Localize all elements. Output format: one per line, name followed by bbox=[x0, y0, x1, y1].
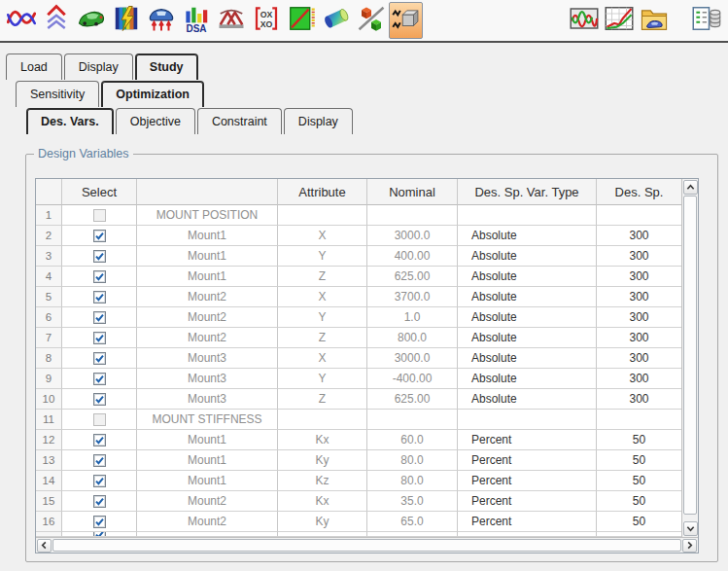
table-cell[interactable]: 300 bbox=[597, 328, 681, 348]
tab-study[interactable]: Study bbox=[135, 54, 198, 80]
horizontal-scrollbar-thumb[interactable] bbox=[52, 539, 681, 552]
table-cell[interactable]: Absolute bbox=[458, 287, 597, 307]
row-checkbox[interactable] bbox=[93, 270, 106, 283]
table-cell[interactable]: -400.00 bbox=[367, 369, 458, 389]
tab-display[interactable]: Display bbox=[64, 54, 133, 80]
table-cell[interactable]: Mount2 bbox=[137, 512, 278, 532]
table-cell[interactable] bbox=[62, 450, 137, 471]
row-checkbox[interactable] bbox=[93, 393, 106, 406]
table-cell[interactable]: Y bbox=[278, 246, 367, 267]
table-cell[interactable] bbox=[62, 491, 137, 512]
table-cell[interactable]: 80.0 bbox=[367, 450, 458, 471]
table-cell[interactable] bbox=[62, 471, 137, 491]
table-cell[interactable]: Mount1 bbox=[137, 471, 278, 491]
table-cell[interactable]: MOUNT STIFFNESS bbox=[137, 410, 278, 430]
table-cell[interactable] bbox=[597, 410, 681, 430]
row-checkbox[interactable] bbox=[93, 352, 106, 365]
table-cell[interactable]: 300 bbox=[597, 267, 681, 287]
table-cell[interactable]: 50 bbox=[597, 471, 681, 491]
table-cell[interactable] bbox=[62, 246, 137, 267]
toolbar-button-bridge-truss[interactable] bbox=[214, 2, 248, 39]
row-checkbox[interactable] bbox=[93, 373, 106, 385]
table-cell[interactable] bbox=[278, 410, 367, 430]
table-cell[interactable]: Percent bbox=[458, 450, 597, 471]
row-checkbox[interactable] bbox=[93, 311, 106, 324]
table-cell[interactable] bbox=[62, 512, 137, 532]
table-cell[interactable]: 300 bbox=[597, 246, 681, 267]
table-cell[interactable]: X bbox=[278, 348, 367, 369]
table-cell[interactable]: Percent bbox=[458, 471, 597, 491]
row-checkbox[interactable] bbox=[93, 475, 106, 487]
row-checkbox[interactable] bbox=[93, 291, 106, 303]
horizontal-scrollbar[interactable] bbox=[36, 537, 698, 553]
toolbar-button-folder-car[interactable] bbox=[637, 2, 671, 39]
table-cell[interactable]: Percent bbox=[458, 430, 597, 450]
row-checkbox[interactable] bbox=[93, 413, 106, 426]
vertical-scrollbar[interactable] bbox=[681, 179, 698, 537]
table-cell[interactable]: X bbox=[278, 287, 367, 307]
table-cell[interactable] bbox=[62, 389, 137, 410]
table-cell[interactable]: 300 bbox=[597, 226, 681, 246]
table-cell[interactable] bbox=[62, 369, 137, 389]
toolbar-button-green-panel-diagonal[interactable] bbox=[284, 2, 318, 39]
table-cell[interactable]: Y bbox=[278, 307, 367, 328]
table-cell[interactable]: Absolute bbox=[458, 226, 597, 246]
table-cell[interactable]: Absolute bbox=[458, 307, 597, 328]
vertical-scrollbar-thumb[interactable] bbox=[683, 196, 697, 515]
table-cell[interactable]: 50 bbox=[597, 430, 681, 450]
table-cell[interactable]: Mount3 bbox=[137, 389, 278, 410]
table-cell[interactable]: Absolute bbox=[458, 328, 597, 348]
table-cell[interactable]: Ky bbox=[278, 450, 367, 471]
table-cell[interactable] bbox=[458, 410, 597, 430]
table-cell[interactable]: Mount1 bbox=[137, 450, 278, 471]
toolbar-button-curves[interactable] bbox=[4, 2, 38, 39]
table-cell[interactable] bbox=[597, 205, 681, 226]
table-cell[interactable]: Mount1 bbox=[137, 246, 278, 267]
table-cell[interactable] bbox=[62, 348, 137, 369]
tab-optimization[interactable]: Optimization bbox=[101, 81, 204, 107]
toolbar-button-oxxo-brackets[interactable]: OXXO bbox=[249, 2, 283, 39]
tab-constraint[interactable]: Constraint bbox=[197, 108, 282, 134]
row-checkbox[interactable] bbox=[93, 434, 106, 446]
table-cell[interactable]: Z bbox=[278, 267, 367, 287]
table-cell[interactable]: X bbox=[278, 226, 367, 246]
toolbar-button-report-database[interactable] bbox=[689, 2, 723, 39]
tab-des-vars[interactable]: Des. Vars. bbox=[26, 108, 114, 134]
table-cell[interactable]: Mount1 bbox=[137, 430, 278, 450]
table-cell[interactable]: 50 bbox=[597, 491, 681, 512]
table-cell[interactable] bbox=[62, 410, 137, 430]
table-cell[interactable]: Mount2 bbox=[137, 328, 278, 348]
table-cell[interactable] bbox=[367, 410, 458, 430]
table-cell[interactable]: 800.0 bbox=[367, 328, 458, 348]
table-cell[interactable]: Z bbox=[278, 328, 367, 348]
table-cell[interactable]: 65.0 bbox=[367, 512, 458, 532]
table-cell[interactable]: 625.00 bbox=[367, 267, 458, 287]
table-cell[interactable]: Ky bbox=[278, 512, 367, 532]
table-cell[interactable]: Percent bbox=[458, 512, 597, 532]
table-cell[interactable]: 1.0 bbox=[367, 307, 458, 328]
table-cell[interactable]: Absolute bbox=[458, 389, 597, 410]
table-cell[interactable]: 625.00 bbox=[367, 389, 458, 410]
toolbar-button-line-chart[interactable] bbox=[602, 2, 636, 39]
table-cell[interactable]: Mount3 bbox=[137, 348, 278, 369]
table-cell[interactable]: 300 bbox=[597, 389, 681, 410]
table-cell[interactable]: 3000.0 bbox=[367, 348, 458, 369]
table-cell[interactable] bbox=[62, 267, 137, 287]
table-cell[interactable] bbox=[62, 328, 137, 348]
table-cell[interactable]: 3000.0 bbox=[367, 226, 458, 246]
table-cell[interactable]: Mount2 bbox=[137, 491, 278, 512]
table-cell[interactable]: 400.00 bbox=[367, 246, 458, 267]
table-cell[interactable]: 50 bbox=[597, 450, 681, 471]
table-cell[interactable]: Absolute bbox=[458, 348, 597, 369]
scroll-down-button[interactable] bbox=[683, 521, 698, 536]
table-cell[interactable] bbox=[62, 287, 137, 307]
table-cell[interactable] bbox=[367, 205, 458, 226]
table-cell[interactable]: 80.0 bbox=[367, 471, 458, 491]
toolbar-button-car-up-arrows[interactable] bbox=[144, 2, 178, 39]
table-cell[interactable]: Kx bbox=[278, 430, 367, 450]
table-cell[interactable]: Mount1 bbox=[137, 267, 278, 287]
scroll-up-button[interactable] bbox=[683, 180, 698, 195]
table-cell[interactable] bbox=[458, 205, 597, 226]
table-cell[interactable]: Mount2 bbox=[137, 307, 278, 328]
tab-display[interactable]: Display bbox=[284, 108, 353, 134]
